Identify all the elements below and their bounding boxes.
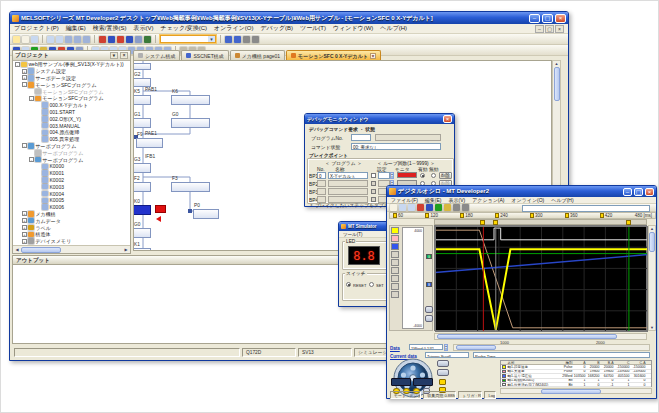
navy-button[interactable] xyxy=(391,378,411,386)
toolbar-icon[interactable] xyxy=(444,204,451,211)
tree-expander-icon[interactable]: + xyxy=(22,75,27,80)
channel-color-button[interactable] xyxy=(391,227,399,234)
bp-loop-field[interactable] xyxy=(378,172,390,179)
mdi-close-icon[interactable]: × xyxy=(555,25,564,33)
maximize-button[interactable]: ▢ xyxy=(542,14,553,23)
tree-expander-icon[interactable]: + xyxy=(22,239,27,244)
tree-item[interactable]: -web用サンプル(事例_SV13(X-Yデカルト)) xyxy=(13,61,130,68)
small-button[interactable] xyxy=(425,315,433,322)
debug-dialog-title-bar[interactable]: デバッグモニタウィンドウ × xyxy=(305,114,454,124)
yellow-tag-icon[interactable] xyxy=(565,213,569,218)
scrollbar-thumb[interactable] xyxy=(541,389,601,394)
bp-disable-radio[interactable] xyxy=(431,173,436,178)
toolbar-icon[interactable] xyxy=(234,36,241,43)
scroll-down-icon[interactable]: ▼ xyxy=(650,325,654,330)
toolbar-icon[interactable] xyxy=(47,36,54,43)
scrollbar-thumb[interactable] xyxy=(649,232,655,252)
tree-item[interactable]: K0000 xyxy=(13,163,130,170)
tree-expander-icon[interactable]: + xyxy=(22,232,27,237)
set-radio[interactable] xyxy=(369,282,374,287)
close-button[interactable]: × xyxy=(443,115,452,123)
toolbar-icon[interactable] xyxy=(252,36,259,43)
main-title-bar[interactable]: MELSOFTシリーズ MT Developer2 デスクトップ¥Web掲載事例… xyxy=(10,12,568,24)
dial-button[interactable] xyxy=(437,360,449,367)
scrollbar-thumb[interactable] xyxy=(554,67,560,101)
tree-item[interactable]: 004.原点復帰 xyxy=(13,129,130,136)
bp-checkbox[interactable] xyxy=(371,181,376,186)
menu-item[interactable]: ファイル(F) xyxy=(391,197,418,203)
menu-item[interactable]: ヘルプ(H) xyxy=(551,197,573,203)
minimize-button[interactable]: – xyxy=(623,188,632,196)
tree-expander-icon[interactable]: + xyxy=(22,211,27,216)
menu-item[interactable]: オンライン(O) xyxy=(511,197,544,203)
maximize-button[interactable]: ▢ xyxy=(634,188,643,196)
toolbar-icon[interactable] xyxy=(408,204,415,211)
yellow-tag-icon[interactable] xyxy=(495,213,499,218)
toolbar-icon[interactable] xyxy=(31,36,38,43)
tree-item[interactable]: +デバイスメモリ xyxy=(13,238,130,245)
menu-item[interactable]: ツール(T) xyxy=(343,232,362,237)
toolbar-icon[interactable] xyxy=(83,36,90,43)
tree-item[interactable]: -モーションSFCプログラム xyxy=(13,95,130,102)
tree-item[interactable]: 003.MANUAL xyxy=(13,122,130,129)
tree-expander-icon[interactable]: - xyxy=(22,143,27,148)
table-row[interactable]: 軸1-位置決め完了(M2401)Bit10-110 xyxy=(501,383,651,387)
tree-item[interactable]: +サーボデータ設定 xyxy=(13,75,130,82)
scroll-up-icon[interactable]: ▲ xyxy=(555,61,559,66)
sfc-node-k0[interactable] xyxy=(133,205,151,215)
tab-SSCNET構成[interactable]: SSCNET構成 xyxy=(181,50,228,60)
yellow-tag-icon[interactable] xyxy=(530,213,534,218)
toolbar-icon[interactable] xyxy=(225,36,232,43)
close-button[interactable]: × xyxy=(645,188,654,196)
bp-checkbox[interactable] xyxy=(371,189,376,194)
menu-item[interactable]: チェック/変換(C) xyxy=(161,24,208,33)
toolbar-icon[interactable] xyxy=(453,204,460,211)
channel-color-button[interactable] xyxy=(391,275,399,282)
tree-item[interactable]: K0004 xyxy=(13,190,130,197)
data-hscrollbar[interactable] xyxy=(453,344,650,351)
sfc-node-g0[interactable] xyxy=(171,118,210,128)
reset-radio[interactable] xyxy=(346,282,351,287)
tree-item[interactable]: +システム設定 xyxy=(13,68,130,75)
yellow-tag-icon[interactable] xyxy=(425,213,429,218)
sfc-node-k6[interactable] xyxy=(171,95,210,105)
channel-color-button[interactable] xyxy=(391,283,399,290)
menu-item[interactable]: アクション(A) xyxy=(472,197,504,203)
plot-vscrollbar[interactable]: ▲ ▼ xyxy=(648,225,656,331)
project-tree-hscrollbar[interactable]: ◀ ▶ xyxy=(13,245,130,253)
close-button[interactable]: × xyxy=(555,14,566,23)
menu-item[interactable]: ウィンドウ(W) xyxy=(333,24,373,33)
sfc-node-g2[interactable] xyxy=(133,78,151,87)
toolbar-icon[interactable] xyxy=(56,36,63,43)
tree-item[interactable]: 005.異常処理 xyxy=(13,136,130,143)
device-combo[interactable]: ▾ xyxy=(160,35,216,43)
menu-item[interactable]: 編集(E) xyxy=(425,197,442,203)
spinner[interactable]: ▴▾ xyxy=(390,172,394,179)
menu-item[interactable]: プロジェクト(P) xyxy=(14,24,59,33)
scrollbar-thumb[interactable] xyxy=(456,345,496,350)
mdi-restore-icon[interactable]: ▢ xyxy=(545,25,554,33)
tree-item[interactable]: 000.X-Yデカルト xyxy=(13,102,130,109)
sfc-node-g1[interactable] xyxy=(133,118,151,128)
tree-expander-icon[interactable]: + xyxy=(22,69,27,74)
program-no-field[interactable] xyxy=(351,134,371,141)
spinner[interactable]: ▴▾ xyxy=(444,344,448,351)
toolbar-icon[interactable] xyxy=(74,36,81,43)
menu-item[interactable]: 編集(E) xyxy=(66,24,86,33)
minimize-button[interactable]: – xyxy=(529,14,540,23)
tree-item[interactable]: モーションSFCプログラム xyxy=(13,88,130,95)
scope-title-bar[interactable]: デジタルオシロ - MT Developer2 – ▢ × xyxy=(387,186,656,197)
tree-expander-icon[interactable]: - xyxy=(29,157,34,162)
table-hscrollbar[interactable] xyxy=(500,388,652,394)
bp-enable-radio[interactable] xyxy=(420,173,425,178)
menu-item[interactable]: 検索/置換(S) xyxy=(93,24,127,33)
simulator-title-bar[interactable]: MT Simulator xyxy=(339,222,389,231)
channel-color-button[interactable] xyxy=(391,243,399,250)
menu-item[interactable]: ヘルプ(H) xyxy=(380,24,407,33)
tree-item[interactable]: +構造体 xyxy=(13,231,130,238)
tree-item[interactable]: K0001 xyxy=(13,170,130,177)
scrollbar-thumb[interactable] xyxy=(437,334,617,339)
tree-item[interactable]: +ラベル xyxy=(13,224,130,231)
tree-item[interactable]: +メカ機構 xyxy=(13,211,130,218)
yellow-tag-icon[interactable] xyxy=(393,213,397,218)
